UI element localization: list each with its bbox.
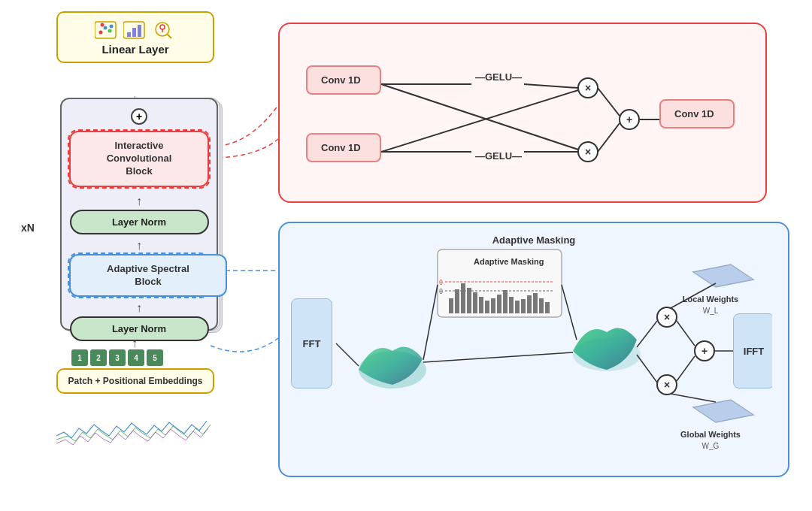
fft-box: FFT [291, 298, 332, 389]
svg-text:W_L: W_L [703, 307, 719, 315]
svg-rect-30 [509, 297, 514, 313]
times-top-label: × [585, 82, 591, 94]
svg-text:×: × [664, 379, 670, 391]
svg-rect-33 [527, 295, 532, 313]
svg-rect-21 [455, 289, 459, 313]
right-top-panel: Conv 1D Conv 1D —GELU— —GELU— × × + Conv… [278, 23, 767, 203]
patch-4: 4 [128, 349, 144, 366]
svg-line-57 [677, 356, 695, 381]
patch-3: 3 [109, 349, 126, 366]
line-times-bottom-to-plus [598, 123, 620, 152]
svg-rect-35 [539, 298, 544, 313]
timeseries-svg [56, 410, 214, 447]
line-cross-top-bottom [381, 84, 578, 150]
svg-point-1 [99, 31, 103, 35]
svg-rect-24 [473, 292, 477, 313]
svg-point-5 [110, 25, 114, 29]
svg-text:+: + [701, 345, 707, 357]
patch-5: 5 [147, 349, 163, 366]
linear-layer-icons [95, 19, 176, 40]
scatter-icon [95, 19, 119, 40]
svg-line-52 [637, 321, 657, 347]
asb-detail-svg: FFT [283, 231, 772, 452]
svg-text:Global Weights: Global Weights [680, 430, 741, 439]
plus-circle-top: + [131, 108, 147, 125]
svg-line-13 [167, 34, 171, 38]
svg-rect-20 [449, 298, 453, 313]
svg-rect-31 [515, 301, 520, 313]
conv1d-bottom: Conv 1D [306, 133, 381, 162]
svg-point-3 [108, 29, 112, 33]
svg-point-2 [104, 26, 108, 30]
svg-line-55 [671, 394, 716, 402]
line-cross-bottom-top [381, 90, 578, 152]
svg-rect-28 [497, 295, 501, 313]
svg-rect-0 [95, 22, 116, 38]
svg-point-4 [101, 23, 105, 27]
stack-block: + InteractiveConvolutionalBlock ↑ Layer … [60, 98, 218, 331]
line-times-top-to-plus [598, 88, 620, 116]
svg-line-50 [423, 352, 573, 362]
right-bottom-panel: Adaptive Masking FFT [278, 222, 789, 477]
svg-line-49 [423, 285, 438, 360]
svg-text:Local Weights: Local Weights [683, 295, 738, 304]
svg-rect-27 [491, 298, 495, 313]
conv1d-right: Conv 1D [659, 99, 735, 129]
main-container: Linear Layer xN + InteractiveCo [0, 0, 812, 511]
times-bottom-label: × [585, 146, 591, 158]
left-panel: Linear Layer xN + InteractiveCo [15, 8, 256, 496]
icb-box: InteractiveConvolutionalBlock [69, 131, 209, 187]
svg-rect-23 [467, 288, 471, 313]
svg-rect-32 [521, 299, 526, 313]
search-icon [152, 19, 176, 40]
linear-layer-box: Linear Layer [56, 11, 214, 63]
gelu-bottom-label: —GELU— [475, 150, 522, 162]
patch-embed-box: Patch + Positional Embeddings [56, 368, 214, 394]
svg-rect-34 [533, 293, 538, 313]
svg-rect-9 [138, 25, 141, 37]
svg-line-53 [637, 355, 657, 382]
svg-rect-26 [485, 301, 489, 313]
svg-text:×: × [664, 311, 670, 323]
patch-numbers-row: 1 2 3 4 5 [71, 349, 163, 366]
line-gelu-top-to-times [524, 84, 578, 88]
svg-rect-7 [127, 32, 131, 37]
arrow-asb-to-norm2: ↑ [69, 300, 209, 316]
svg-text:θ: θ [439, 288, 443, 295]
svg-text:θ: θ [439, 279, 443, 286]
svg-line-48 [336, 343, 359, 366]
patch-2: 2 [90, 349, 107, 366]
svg-point-37 [573, 338, 641, 371]
layer-norm-1: Layer Norm [70, 210, 209, 234]
svg-rect-29 [503, 290, 508, 313]
adaptive-masking-title: Adaptive Masking [474, 257, 544, 266]
asb-box: Adaptive SpectralBlock [69, 254, 227, 298]
svg-rect-8 [132, 28, 136, 37]
plus-middle-label: + [626, 113, 632, 125]
svg-rect-25 [479, 297, 483, 313]
svg-point-11 [160, 25, 165, 29]
svg-line-56 [677, 321, 695, 346]
svg-text:W_G: W_G [702, 442, 720, 450]
icb-detail-svg: Conv 1D Conv 1D —GELU— —GELU— × × + Conv… [291, 35, 757, 193]
arrow-icb-to-norm: ↑ [69, 193, 209, 210]
icb-label: InteractiveConvolutionalBlock [78, 140, 200, 178]
barchart-icon [123, 19, 147, 40]
svg-rect-36 [545, 302, 550, 313]
arrow-norm-to-asb: ↑ [69, 237, 209, 254]
layer-norm-2: Layer Norm [70, 316, 209, 341]
svg-line-51 [562, 285, 577, 340]
xn-label: xN [21, 222, 35, 234]
conv1d-top: Conv 1D [306, 65, 381, 95]
linear-layer-label: Linear Layer [102, 43, 168, 56]
ifft-box: IFFT [733, 313, 772, 389]
gelu-top-label: —GELU— [475, 71, 522, 83]
patch-1: 1 [71, 349, 88, 366]
svg-rect-22 [461, 283, 465, 313]
